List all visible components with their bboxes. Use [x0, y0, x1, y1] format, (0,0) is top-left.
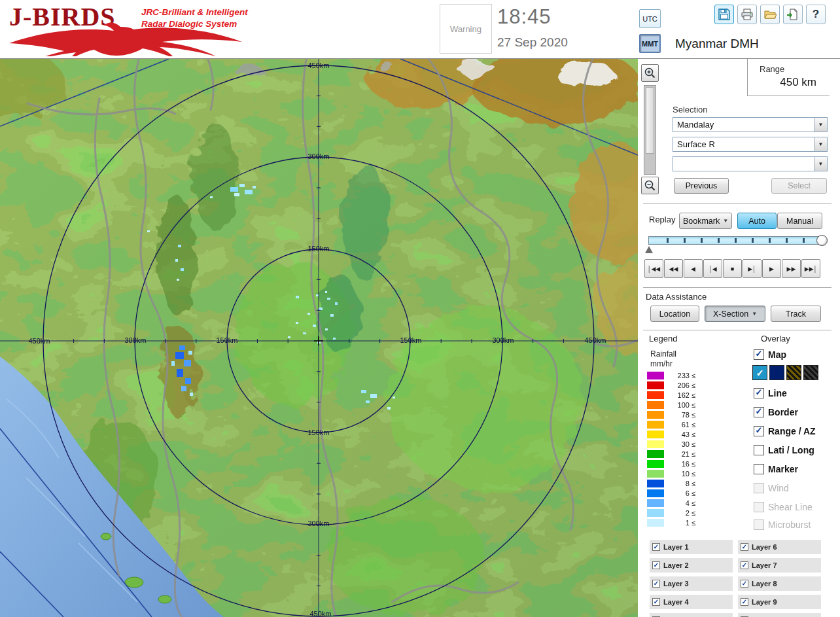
chevron-down-icon[interactable]: ▼ — [814, 118, 827, 132]
layer-row-layer-4[interactable]: Layer 4 — [650, 595, 733, 609]
layer-label: Layer 4 — [663, 598, 689, 606]
auto-button[interactable]: Auto — [737, 213, 777, 229]
data-assistance-label: Data Assistance — [646, 292, 707, 302]
range-value: 450 km — [780, 76, 816, 89]
svg-text:450km: 450km — [309, 610, 331, 617]
chevron-down-icon[interactable]: ▼ — [814, 157, 827, 171]
save-button[interactable] — [714, 5, 734, 24]
manual-button[interactable]: Manual — [777, 213, 822, 229]
zoom-in-button[interactable] — [641, 64, 659, 82]
overlay-item-wind[interactable]: Wind — [754, 482, 789, 493]
open-button[interactable] — [760, 5, 780, 24]
playback-button[interactable]: ▶▶│ — [801, 259, 820, 278]
checkbox[interactable] — [652, 543, 660, 551]
legend-row: 21 ≤ — [647, 449, 695, 459]
product-dropdown[interactable]: Surface R ▼ — [673, 137, 828, 152]
layer-row-partial[interactable] — [650, 613, 733, 617]
map-style-swatch[interactable] — [803, 365, 818, 380]
track-button[interactable]: Track — [771, 306, 821, 322]
map-style-swatch[interactable] — [769, 365, 784, 380]
mmt-button[interactable]: MMT — [639, 34, 661, 53]
checkbox[interactable] — [754, 388, 764, 398]
checkbox[interactable] — [754, 520, 764, 530]
playback-button[interactable]: ■ — [723, 259, 742, 278]
checkbox[interactable] — [754, 407, 764, 417]
map-style-swatch[interactable]: ✓ — [752, 365, 767, 380]
checkbox[interactable] — [741, 598, 748, 606]
legend-color-swatch — [647, 499, 664, 507]
layer-label: Layer 7 — [752, 561, 777, 569]
layer-row-layer-9[interactable]: Layer 9 — [738, 595, 821, 609]
checkbox[interactable] — [754, 502, 764, 512]
overlay-item-map[interactable]: Map — [754, 349, 786, 360]
checkbox[interactable] — [754, 445, 764, 455]
legend-color-swatch — [647, 411, 664, 419]
option-dropdown[interactable]: ▼ — [673, 156, 828, 171]
overlay-item-border[interactable]: Border — [754, 406, 798, 417]
replay-timeline[interactable] — [648, 236, 823, 245]
zoom-out-button[interactable] — [641, 177, 659, 194]
layer-label: Layer 2 — [663, 561, 689, 569]
legend-row: 233 ≤ — [647, 370, 695, 380]
legend-value: 43 ≤ — [664, 431, 695, 438]
playback-button[interactable]: ▶▶ — [782, 259, 801, 278]
radar-map[interactable]: 450km300km150km150km300km450km450km300km… — [0, 59, 638, 617]
layer-row-layer-3[interactable]: Layer 3 — [650, 576, 733, 591]
previous-button[interactable]: Previous — [674, 178, 729, 194]
layer-row-layer-6[interactable]: Layer 6 — [738, 540, 821, 554]
legend-label: Legend — [649, 334, 677, 344]
site-dropdown[interactable]: Mandalay ▼ — [673, 117, 828, 132]
layer-row-layer-7[interactable]: Layer 7 — [738, 558, 821, 573]
checkbox[interactable] — [754, 349, 764, 360]
chevron-down-icon[interactable]: ▼ — [814, 137, 827, 151]
legend-row: 4 ≤ — [647, 498, 695, 508]
checkbox[interactable] — [652, 580, 660, 588]
playback-button[interactable]: │◀ — [703, 259, 722, 278]
print-button[interactable] — [737, 5, 757, 24]
export-button[interactable] — [783, 5, 803, 24]
map-style-swatch[interactable] — [786, 365, 801, 380]
overlay-item-lati-long[interactable]: Lati / Long — [754, 444, 814, 455]
layer-label: Layer 1 — [663, 543, 689, 551]
layer-row-layer-2[interactable]: Layer 2 — [650, 558, 733, 573]
overlay-item-microburst[interactable]: Microburst — [754, 519, 811, 530]
xsection-button[interactable]: X-Section ▼ — [705, 306, 765, 322]
overlay-item-line[interactable]: Line — [754, 387, 787, 398]
bookmark-button[interactable]: Bookmark ▼ — [679, 213, 732, 229]
timeline-handle[interactable] — [816, 235, 828, 246]
svg-text:150km: 150km — [400, 336, 421, 344]
playback-button[interactable]: ▶ — [762, 259, 781, 278]
overlay-item-range-az[interactable]: Range / AZ — [754, 425, 816, 436]
legend-value: 78 ≤ — [664, 411, 695, 419]
map-svg: 450km300km150km150km300km450km450km300km… — [0, 59, 638, 617]
checkbox[interactable] — [652, 561, 660, 569]
select-button[interactable]: Select — [771, 178, 827, 194]
playback-button[interactable]: ◀◀ — [664, 259, 683, 278]
export-icon — [786, 8, 799, 21]
help-button[interactable]: ? — [806, 5, 826, 24]
playback-button[interactable]: ◀ — [684, 259, 703, 278]
playback-button[interactable]: ▶│ — [743, 259, 761, 278]
checkbox[interactable] — [741, 543, 748, 551]
checkbox[interactable] — [652, 598, 660, 606]
zoom-slider-track[interactable] — [644, 85, 656, 175]
checkbox[interactable] — [754, 483, 764, 493]
logo-subtitle-line1: JRC-Brilliant & Intelligent — [141, 7, 248, 18]
svg-text:300km: 300km — [307, 152, 329, 160]
checkbox[interactable] — [754, 464, 764, 474]
checkbox[interactable] — [754, 426, 764, 436]
location-button[interactable]: Location — [650, 306, 699, 322]
zoom-slider-thumb[interactable] — [646, 87, 654, 154]
layer-row-layer-8[interactable]: Layer 8 — [738, 576, 821, 591]
layer-row-partial[interactable] — [738, 613, 821, 617]
checkbox[interactable] — [741, 561, 748, 569]
legend-color-swatch — [647, 470, 664, 478]
playback-button[interactable]: │◀◀ — [644, 259, 663, 278]
utc-button[interactable]: UTC — [639, 9, 661, 28]
warning-indicator: Warning — [440, 4, 492, 54]
legend-value: 8 ≤ — [664, 480, 695, 487]
checkbox[interactable] — [741, 580, 748, 588]
layer-row-layer-1[interactable]: Layer 1 — [650, 540, 733, 554]
overlay-item-marker[interactable]: Marker — [754, 463, 798, 474]
overlay-item-shear-line[interactable]: Shear Line — [754, 501, 813, 512]
